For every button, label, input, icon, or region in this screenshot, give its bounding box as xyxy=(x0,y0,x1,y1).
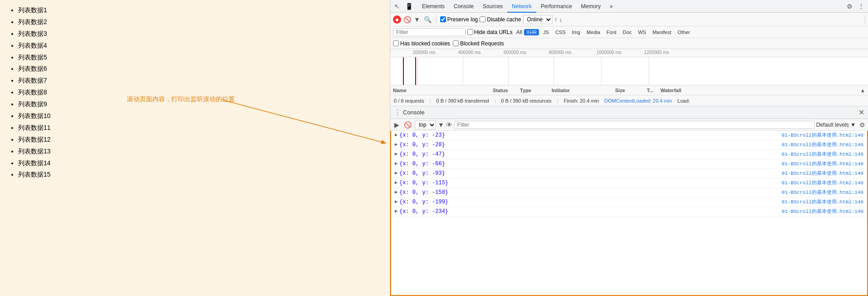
filter-xhr[interactable]: XHR xyxy=(524,29,539,35)
filter-icon[interactable]: ▼ xyxy=(413,16,421,23)
console-log-row[interactable]: ▶ {x: 0, y: -234} 01-BScroll的基本使用.html:1… xyxy=(391,207,867,217)
default-levels-button[interactable]: Default levels ▼ xyxy=(816,122,856,128)
ruler-line-6 xyxy=(649,57,649,85)
header-status[interactable]: Status xyxy=(493,88,520,93)
search-icon[interactable]: 🔍 xyxy=(423,16,432,23)
log-source[interactable]: 01-BScroll的基本使用.html:146 xyxy=(782,141,863,149)
filter-css[interactable]: CSS xyxy=(553,29,568,35)
log-source[interactable]: 01-BScroll的基本使用.html:146 xyxy=(782,179,863,187)
log-source[interactable]: 01-BScroll的基本使用.html:146 xyxy=(782,207,863,216)
log-content: {x: 0, y: -93} xyxy=(399,169,782,178)
list-item: 列表数据2 xyxy=(18,16,381,28)
has-blocked-cookies-checkbox[interactable] xyxy=(393,40,399,46)
log-expand-icon[interactable]: ▶ xyxy=(395,141,398,149)
log-expand-icon[interactable]: ▶ xyxy=(395,188,398,197)
list-item: 列表数据11 xyxy=(18,122,381,134)
preserve-log-label[interactable]: Preserve log xyxy=(440,16,478,23)
filter-other[interactable]: Other xyxy=(675,29,693,35)
list-item: 列表数据5 xyxy=(18,52,381,64)
settings-icon[interactable]: ⚙ xyxy=(844,1,854,11)
console-log-row[interactable]: ▶ {x: 0, y: -47} 01-BScroll的基本使用.html:14… xyxy=(391,150,867,159)
eye-icon[interactable]: 👁 xyxy=(446,121,452,128)
disable-cache-checkbox[interactable] xyxy=(480,16,485,22)
filter-img[interactable]: Img xyxy=(570,29,582,35)
log-expand-icon[interactable]: ▶ xyxy=(395,150,398,158)
log-source[interactable]: 01-BScroll的基本使用.html:146 xyxy=(782,150,863,158)
filter-all-label: All xyxy=(516,29,522,35)
header-time[interactable]: T... xyxy=(647,88,660,93)
blocked-requests-checkbox[interactable] xyxy=(453,40,459,46)
hide-data-urls-checkbox[interactable] xyxy=(467,29,473,35)
hide-data-urls-text: Hide data URLs xyxy=(474,29,513,35)
device-toggle-icon[interactable]: 📱 xyxy=(404,1,414,11)
network-toolbar: ● 🚫 ▼ 🔍 Preserve log Disable cache Onlin… xyxy=(390,13,868,26)
log-source[interactable]: 01-BScroll的基本使用.html:146 xyxy=(782,198,863,206)
console-log-row[interactable]: ▶ {x: 0, y: -66} 01-BScroll的基本使用.html:14… xyxy=(391,159,867,169)
log-content: {x: 0, y: -158} xyxy=(399,188,782,197)
tab-elements[interactable]: Elements xyxy=(417,0,449,13)
filter-ws[interactable]: WS xyxy=(636,29,649,35)
console-close-button[interactable]: ✕ xyxy=(858,108,864,117)
clear-icon[interactable]: 🚫 xyxy=(402,121,413,128)
filter-font[interactable]: Font xyxy=(604,29,619,35)
cursor-icon[interactable]: ↖ xyxy=(392,1,402,11)
console-log-row[interactable]: ▶ {x: 0, y: -115} 01-BScroll的基本使用.html:1… xyxy=(391,178,867,188)
log-expand-icon[interactable]: ▶ xyxy=(395,207,398,216)
console-log-area[interactable]: ▶ {x: 0, y: -23} 01-BScroll的基本使用.html:14… xyxy=(390,131,868,296)
console-filter-input[interactable] xyxy=(454,121,815,129)
preserve-log-checkbox[interactable] xyxy=(440,16,446,22)
log-source[interactable]: 01-BScroll的基本使用.html:146 xyxy=(782,188,863,197)
console-log-row[interactable]: ▶ {x: 0, y: -158} 01-BScroll的基本使用.html:1… xyxy=(391,188,867,197)
dropdown-arrow-icon[interactable]: ▼ xyxy=(438,121,444,128)
disable-cache-text: Disable cache xyxy=(487,16,521,23)
tab-performance[interactable]: Performance xyxy=(536,0,577,13)
log-source[interactable]: 01-BScroll的基本使用.html:146 xyxy=(782,169,863,178)
ruler-line-4 xyxy=(553,57,554,85)
hide-data-urls-label[interactable]: Hide data URLs xyxy=(467,29,513,35)
header-name[interactable]: Name xyxy=(393,88,493,93)
filter-toolbar: Hide data URLs All XHR JS CSS Img Media … xyxy=(390,26,868,38)
tab-memory[interactable]: Memory xyxy=(577,0,605,13)
tab-console[interactable]: Console xyxy=(449,0,478,13)
upload-icon[interactable]: ↑ xyxy=(554,16,558,23)
drag-handle-icon[interactable]: ⋮ xyxy=(394,108,401,117)
has-blocked-cookies-label[interactable]: Has blocked cookies xyxy=(393,40,450,47)
log-expand-icon[interactable]: ▶ xyxy=(395,131,398,139)
console-log-row[interactable]: ▶ {x: 0, y: -199} 01-BScroll的基本使用.html:1… xyxy=(391,197,867,207)
filter-media[interactable]: Media xyxy=(584,29,602,35)
header-type[interactable]: Type xyxy=(520,88,552,93)
throttle-select[interactable]: Online xyxy=(523,15,553,24)
filter-input[interactable] xyxy=(393,28,466,36)
more-options-icon[interactable]: ⋮ xyxy=(856,1,866,11)
tab-sources[interactable]: Sources xyxy=(478,0,507,13)
console-log-row[interactable]: ▶ {x: 0, y: -93} 01-BScroll的基本使用.html:14… xyxy=(391,169,867,178)
log-expand-icon[interactable]: ▶ xyxy=(395,169,398,178)
filter-doc[interactable]: Doc xyxy=(621,29,634,35)
record-button[interactable]: ● xyxy=(393,15,401,24)
context-select[interactable]: top xyxy=(415,120,436,129)
ruler-mark-5: 1000000 ms xyxy=(596,50,621,55)
download-icon[interactable]: ↓ xyxy=(559,16,563,23)
stop-button[interactable]: 🚫 xyxy=(403,15,411,24)
filter-manifest[interactable]: Manifest xyxy=(650,29,674,35)
log-source[interactable]: 01-BScroll的基本使用.html:146 xyxy=(782,131,863,139)
tab-network[interactable]: Network xyxy=(507,0,536,13)
console-settings-icon[interactable]: ⚙ xyxy=(859,121,865,128)
execute-icon[interactable]: ▶ xyxy=(393,121,401,128)
header-waterfall[interactable]: Waterfall ▲ xyxy=(660,88,865,93)
console-log-row[interactable]: ▶ {x: 0, y: -23} 01-BScroll的基本使用.html:14… xyxy=(391,131,867,140)
log-expand-icon[interactable]: ▶ xyxy=(395,179,398,187)
sort-icon: ▲ xyxy=(860,88,865,93)
network-table-header: Name Status Type Initiator Size T... Wat… xyxy=(390,85,868,95)
disable-cache-label[interactable]: Disable cache xyxy=(480,16,521,23)
blocked-requests-label[interactable]: Blocked Requests xyxy=(453,40,504,47)
filter-js[interactable]: JS xyxy=(541,29,551,35)
log-expand-icon[interactable]: ▶ xyxy=(395,198,398,206)
log-source[interactable]: 01-BScroll的基本使用.html:146 xyxy=(782,160,863,168)
tab-more[interactable]: » xyxy=(605,0,617,13)
timeline-area: 200000 ms 400000 ms 600000 ms 800000 ms … xyxy=(390,49,868,85)
log-expand-icon[interactable]: ▶ xyxy=(395,160,398,168)
header-size[interactable]: Size xyxy=(615,88,647,93)
console-log-row[interactable]: ▶ {x: 0, y: -28} 01-BScroll的基本使用.html:14… xyxy=(391,140,867,150)
header-initiator[interactable]: Initiator xyxy=(552,88,615,93)
